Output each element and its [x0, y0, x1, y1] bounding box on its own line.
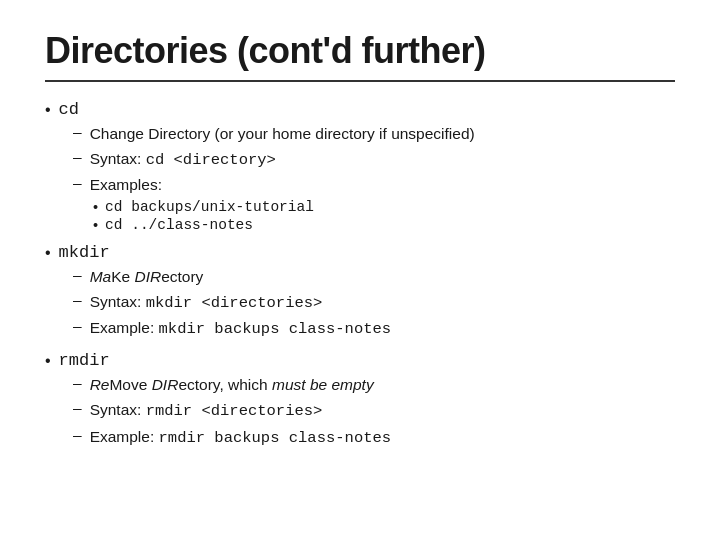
cd-item-2: – Syntax: cd <directory>: [73, 148, 675, 172]
title-divider: [45, 80, 675, 82]
rmdir-desc: ReMove DIRectory, which must be empty: [90, 374, 374, 396]
dash-3: –: [73, 174, 82, 192]
rmdir-item-1: – ReMove DIRectory, which must be empty: [73, 374, 675, 396]
cd-item-1: – Change Directory (or your home directo…: [73, 123, 675, 145]
cd-desc: Change Directory (or your home directory…: [90, 123, 475, 145]
dash-6: –: [73, 317, 82, 335]
cd-ex1-text: cd backups/unix-tutorial: [105, 199, 314, 215]
mkdir-item-3: – Example: mkdir backups class-notes: [73, 317, 675, 341]
cd-examples-list: • cd backups/unix-tutorial • cd ../class…: [93, 199, 675, 233]
bullet-rmdir: • rmdir: [45, 351, 675, 370]
cd-example-1: • cd backups/unix-tutorial: [93, 199, 675, 215]
section-rmdir: • rmdir – ReMove DIRectory, which must b…: [45, 351, 675, 449]
sub-dot-1: •: [93, 199, 98, 215]
cd-examples-label: Examples:: [90, 174, 162, 196]
rmdir-item-2: – Syntax: rmdir <directories>: [73, 399, 675, 423]
sub-dot-2: •: [93, 217, 98, 233]
dash-2: –: [73, 148, 82, 166]
rmdir-syntax: Syntax: rmdir <directories>: [90, 399, 323, 423]
cd-example-2: • cd ../class-notes: [93, 217, 675, 233]
rmdir-subitems: – ReMove DIRectory, which must be empty …: [73, 374, 675, 449]
section-mkdir: • mkdir – MaKe DIRectory – Syntax: mkdir…: [45, 243, 675, 341]
content-area: • cd – Change Directory (or your home di…: [45, 100, 675, 449]
mkdir-subitems: – MaKe DIRectory – Syntax: mkdir <direct…: [73, 266, 675, 341]
bullet-dot-rmdir: •: [45, 352, 51, 370]
bullet-mkdir: • mkdir: [45, 243, 675, 262]
rmdir-example: Example: rmdir backups class-notes: [90, 426, 391, 450]
bullet-dot-cd: •: [45, 101, 51, 119]
dash-1: –: [73, 123, 82, 141]
dash-5: –: [73, 291, 82, 309]
slide: Directories (cont'd further) • cd – Chan…: [0, 0, 720, 540]
cd-label: cd: [59, 100, 79, 119]
mkdir-desc: MaKe DIRectory: [90, 266, 204, 288]
cd-subitems: – Change Directory (or your home directo…: [73, 123, 675, 233]
bullet-cd: • cd: [45, 100, 675, 119]
bullet-dot-mkdir: •: [45, 244, 51, 262]
cd-ex2-text: cd ../class-notes: [105, 217, 253, 233]
mkdir-item-2: – Syntax: mkdir <directories>: [73, 291, 675, 315]
cd-syntax: Syntax: cd <directory>: [90, 148, 276, 172]
slide-title: Directories (cont'd further): [45, 30, 675, 72]
mkdir-label: mkdir: [59, 243, 110, 262]
cd-item-3: – Examples:: [73, 174, 675, 196]
dash-9: –: [73, 426, 82, 444]
rmdir-label: rmdir: [59, 351, 110, 370]
dash-7: –: [73, 374, 82, 392]
dash-8: –: [73, 399, 82, 417]
mkdir-item-1: – MaKe DIRectory: [73, 266, 675, 288]
mkdir-example: Example: mkdir backups class-notes: [90, 317, 391, 341]
dash-4: –: [73, 266, 82, 284]
section-cd: • cd – Change Directory (or your home di…: [45, 100, 675, 233]
rmdir-item-3: – Example: rmdir backups class-notes: [73, 426, 675, 450]
mkdir-syntax: Syntax: mkdir <directories>: [90, 291, 323, 315]
